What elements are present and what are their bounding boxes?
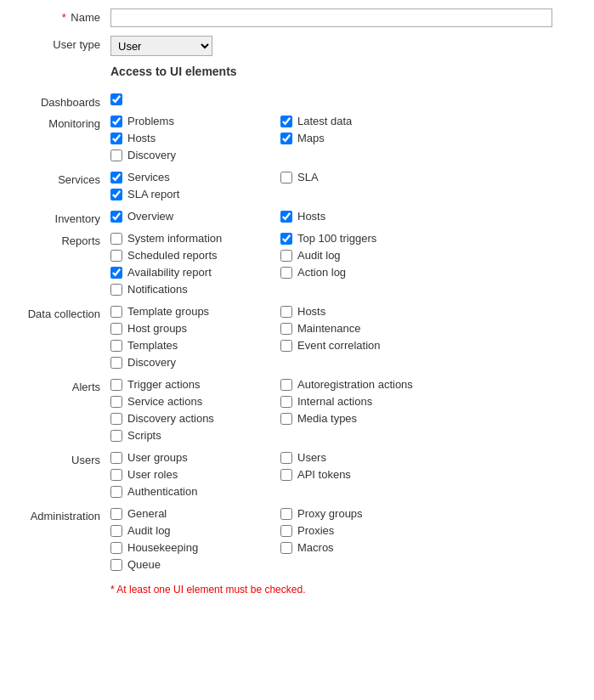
autoreg-actions-checkbox[interactable] — [280, 379, 292, 391]
user-type-label: User type — [17, 36, 110, 51]
authentication-checkbox[interactable] — [110, 486, 122, 498]
templates-checkbox[interactable] — [110, 340, 122, 352]
user-type-select[interactable]: User Admin Super admin — [110, 36, 212, 56]
list-item: Services — [110, 171, 280, 183]
discovery-actions-checkbox[interactable] — [110, 413, 122, 425]
general-checkbox[interactable] — [110, 508, 122, 520]
sla-checkbox[interactable] — [280, 172, 292, 183]
system-info-checkbox[interactable] — [110, 233, 122, 245]
admin-col-1: Proxy groups Proxies Macros — [280, 507, 450, 558]
service-actions-checkbox[interactable] — [110, 396, 122, 408]
hosts-inv-checkbox[interactable] — [280, 211, 292, 223]
list-item: Problems — [110, 115, 280, 127]
list-item: General — [110, 507, 280, 520]
reports-col-0: System information Scheduled reports Ava… — [110, 232, 280, 283]
inventory-section: Inventory Overview Hosts — [17, 210, 577, 227]
list-item: API tokens — [280, 468, 450, 481]
admin-col-0: General Audit log Housekeeping — [110, 507, 280, 558]
users-col-1: Users API tokens — [280, 451, 450, 485]
sla-report-checkbox[interactable] — [110, 189, 122, 200]
maps-checkbox[interactable] — [280, 133, 292, 144]
list-item: Discovery actions — [110, 412, 280, 425]
list-item: Action log — [280, 266, 450, 279]
users-u-checkbox[interactable] — [280, 452, 292, 464]
proxy-groups-checkbox[interactable] — [280, 508, 292, 520]
name-input[interactable] — [110, 8, 552, 27]
audit-log-rep-checkbox[interactable] — [280, 250, 292, 262]
user-type-row: User type User Admin Super admin — [17, 36, 577, 56]
event-corr-checkbox[interactable] — [280, 340, 292, 352]
alerts-col-2: Scripts — [110, 429, 280, 446]
inventory-col-0: Overview — [110, 210, 280, 227]
users-section: Users User groups User roles Users API t… — [17, 451, 577, 502]
list-item: Housekeeping — [110, 541, 280, 554]
list-item: Hosts — [280, 210, 450, 223]
proxies-checkbox[interactable] — [280, 525, 292, 537]
access-title: Access to UI elements — [110, 65, 577, 78]
audit-log-adm-checkbox[interactable] — [110, 525, 122, 537]
user-groups-checkbox[interactable] — [110, 452, 122, 464]
list-item: Top 100 triggers — [280, 232, 450, 245]
monitoring-label: Monitoring — [17, 115, 110, 130]
top100-checkbox[interactable] — [280, 233, 292, 245]
list-item: Macros — [280, 541, 450, 554]
action-log-checkbox[interactable] — [280, 267, 292, 279]
services-checkbox[interactable] — [110, 172, 122, 183]
data-collection-col-2: Discovery — [110, 356, 280, 373]
list-item: Overview — [110, 210, 280, 223]
list-item: SLA — [280, 171, 450, 183]
dashboards-label: Dashboards — [17, 93, 110, 109]
media-types-checkbox[interactable] — [280, 413, 292, 425]
alerts-col-0: Trigger actions Service actions Discover… — [110, 378, 280, 429]
data-collection-col-0: Template groups Host groups Templates — [110, 305, 280, 356]
latest-data-checkbox[interactable] — [280, 116, 292, 127]
discovery-mon-checkbox[interactable] — [110, 150, 122, 161]
housekeeping-checkbox[interactable] — [110, 542, 122, 554]
list-item: Scheduled reports — [110, 249, 280, 262]
api-tokens-checkbox[interactable] — [280, 469, 292, 481]
services-col-2: SLA report — [110, 188, 280, 205]
discovery-dc-checkbox[interactable] — [110, 357, 122, 369]
host-groups-checkbox[interactable] — [110, 323, 122, 335]
monitoring-col-1: Latest data Maps — [280, 115, 450, 149]
data-collection-label: Data collection — [17, 305, 110, 320]
internal-actions-checkbox[interactable] — [280, 396, 292, 408]
monitoring-col-0: Problems Hosts — [110, 115, 280, 149]
dashboards-checkbox[interactable] — [110, 93, 122, 105]
list-item: Event correlation — [280, 339, 450, 352]
list-item: Maintenance — [280, 322, 450, 335]
notifications-checkbox[interactable] — [110, 284, 122, 296]
hosts-mon-checkbox[interactable] — [110, 133, 122, 144]
monitoring-col-2: Discovery — [110, 149, 280, 166]
name-row: * Name — [17, 8, 577, 27]
services-section: Services Services SLA SLA report — [17, 171, 577, 205]
list-item: User roles — [110, 468, 280, 481]
hosts-dc-checkbox[interactable] — [280, 306, 292, 318]
list-item: User groups — [110, 451, 280, 464]
list-item: Template groups — [110, 305, 280, 318]
note: * At least one UI element must be checke… — [17, 584, 577, 596]
scheduled-checkbox[interactable] — [110, 250, 122, 262]
list-item: Templates — [110, 339, 280, 352]
name-label: * Name — [17, 8, 110, 24]
problems-checkbox[interactable] — [110, 116, 122, 127]
queue-checkbox[interactable] — [110, 559, 122, 571]
user-roles-checkbox[interactable] — [110, 469, 122, 481]
list-item: Proxies — [280, 524, 450, 537]
scripts-checkbox[interactable] — [110, 430, 122, 442]
maintenance-checkbox[interactable] — [280, 323, 292, 335]
services-label: Services — [17, 171, 110, 186]
trigger-actions-checkbox[interactable] — [110, 379, 122, 391]
overview-checkbox[interactable] — [110, 211, 122, 223]
template-groups-checkbox[interactable] — [110, 306, 122, 318]
list-item: Autoregistration actions — [280, 378, 476, 391]
reports-section: Reports System information Scheduled rep… — [17, 232, 577, 300]
dashboards-checkbox-item — [110, 93, 280, 105]
macros-checkbox[interactable] — [280, 542, 292, 554]
dashboards-row: Dashboards — [17, 93, 577, 110]
avail-report-checkbox[interactable] — [110, 267, 122, 279]
services-col-0: Services — [110, 171, 280, 188]
list-item: Proxy groups — [280, 507, 450, 520]
list-item: Hosts — [110, 132, 280, 144]
list-item: Media types — [280, 412, 450, 425]
